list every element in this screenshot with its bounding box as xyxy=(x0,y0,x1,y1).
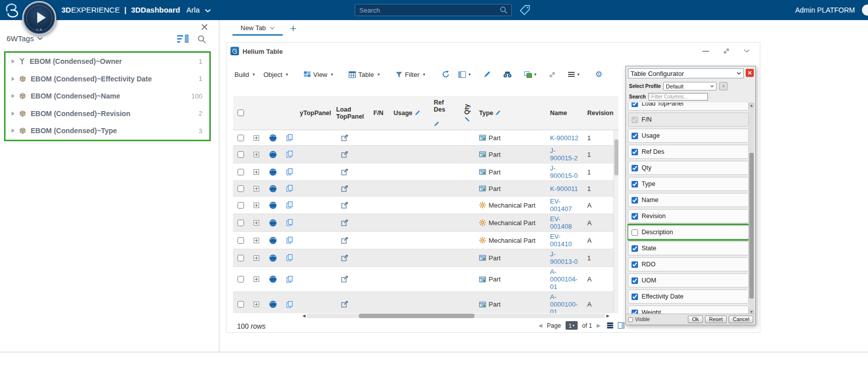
duplicate-content-icon[interactable] xyxy=(286,254,293,261)
column-checkbox[interactable] xyxy=(632,229,638,236)
menu-list-icon[interactable]: ▾ xyxy=(568,71,580,78)
expand-row-icon[interactable] xyxy=(254,255,259,261)
part-name-link[interactable]: J-900015-2 xyxy=(550,147,579,162)
expand-row-icon[interactable] xyxy=(254,135,259,141)
col-name[interactable]: Name xyxy=(548,96,585,130)
column-checkbox[interactable] xyxy=(632,149,638,155)
open-panel-icon[interactable] xyxy=(341,169,348,175)
expand-row-icon[interactable] xyxy=(254,238,259,243)
table-menu[interactable]: Table▾ xyxy=(349,71,380,78)
row-checkbox[interactable] xyxy=(238,301,244,308)
part-name-link[interactable]: J-900013-0 xyxy=(550,250,579,265)
duplicate-content-icon[interactable] xyxy=(286,219,293,226)
configurator-column-item[interactable]: Qty xyxy=(628,161,749,175)
select-all-checkbox[interactable] xyxy=(238,110,244,116)
open-panel-icon[interactable] xyxy=(341,301,348,308)
vertical-scrollbar[interactable] xyxy=(613,130,618,313)
configurator-column-item[interactable]: Load TopPanel xyxy=(628,103,749,111)
profile-select[interactable]: Default xyxy=(663,82,717,90)
cancel-button[interactable]: Cancel xyxy=(729,316,753,323)
row-checkbox[interactable] xyxy=(238,135,244,141)
expand-triangle-icon[interactable] xyxy=(12,94,15,98)
explore-globe-icon[interactable] xyxy=(269,254,277,262)
play-icon[interactable] xyxy=(37,12,46,23)
configurator-column-item[interactable]: F/N xyxy=(628,113,749,127)
topbar-search[interactable] xyxy=(355,4,512,16)
tag-category-row[interactable]: EBOM (Condensed)~Owner 1 xyxy=(6,53,209,70)
3dcompass-icon[interactable]: V.R xyxy=(22,1,56,35)
tab-new-tab[interactable]: New Tab xyxy=(232,22,283,36)
col-usage[interactable]: Usage xyxy=(391,96,432,130)
explore-globe-icon[interactable] xyxy=(269,237,277,244)
col-qty[interactable]: Qty xyxy=(457,96,477,130)
filter-columns-input[interactable] xyxy=(649,93,708,101)
edit-pencil-icon[interactable] xyxy=(484,71,491,78)
panel-layout-icon[interactable]: ▾ xyxy=(458,71,471,78)
expand-row-icon[interactable] xyxy=(254,186,259,191)
page-select[interactable]: 1▾ xyxy=(566,321,578,330)
configurator-column-item[interactable]: Effectivity Date xyxy=(628,289,749,304)
row-checkbox[interactable] xyxy=(238,276,244,282)
table-row[interactable]: Part A-0000104-01 A xyxy=(233,267,613,292)
expand-triangle-icon[interactable] xyxy=(12,112,15,116)
ok-button[interactable]: Ok xyxy=(688,316,702,323)
explore-globe-icon[interactable] xyxy=(269,275,277,283)
table-view-icon[interactable] xyxy=(607,322,613,329)
duplicate-content-icon[interactable] xyxy=(286,237,293,244)
search-icon[interactable] xyxy=(500,6,508,14)
col-display-toppanel[interactable]: yTopPanel xyxy=(298,96,334,130)
table-row[interactable]: Part J-900015-2 1 xyxy=(233,146,613,163)
row-checkbox[interactable] xyxy=(238,169,244,175)
column-checkbox[interactable] xyxy=(632,245,638,252)
open-panel-icon[interactable] xyxy=(341,276,348,282)
row-checkbox[interactable] xyxy=(238,220,244,226)
explore-globe-icon[interactable] xyxy=(269,202,277,209)
collapse-chevron-icon[interactable] xyxy=(744,49,750,53)
maximize-icon[interactable] xyxy=(723,48,730,54)
panel-chevron-down-icon[interactable] xyxy=(37,37,43,40)
row-checkbox[interactable] xyxy=(238,151,244,158)
part-name-link[interactable]: EV-001407 xyxy=(550,198,579,213)
expand-row-icon[interactable] xyxy=(254,302,259,307)
dashboard-chevron-down-icon[interactable] xyxy=(205,9,211,13)
column-checkbox[interactable] xyxy=(632,181,638,187)
col-type[interactable]: Type xyxy=(477,96,548,130)
open-panel-icon[interactable] xyxy=(341,220,348,226)
col-ref-des[interactable]: Ref Des xyxy=(432,96,457,130)
table-row[interactable]: Mechanical Part EV-001407 A xyxy=(233,197,613,214)
sort-icon[interactable] xyxy=(177,34,189,44)
previous-page-button[interactable]: ◀ xyxy=(538,323,542,328)
duplicate-content-icon[interactable] xyxy=(286,202,293,209)
open-panel-icon[interactable] xyxy=(341,202,348,209)
column-checkbox[interactable] xyxy=(632,165,638,171)
filter-menu[interactable]: Filter▾ xyxy=(396,71,425,78)
col-fn[interactable]: F/N xyxy=(371,96,391,130)
expand-triangle-icon[interactable] xyxy=(12,77,15,81)
vertical-scrollbar-thumb[interactable] xyxy=(614,139,618,175)
expand-row-icon[interactable] xyxy=(254,203,259,208)
part-name-link[interactable]: A-0000104-01 xyxy=(550,268,579,290)
panel-search-icon[interactable] xyxy=(197,35,206,44)
configurator-column-item[interactable]: UOM xyxy=(628,273,749,287)
part-name-link[interactable]: K-900012 xyxy=(550,134,578,142)
tab-chevron-down-icon[interactable] xyxy=(270,27,275,30)
col-revision[interactable]: Revision xyxy=(585,96,618,130)
table-row[interactable]: Mechanical Part EV-001410 A xyxy=(233,232,613,249)
row-checkbox[interactable] xyxy=(238,202,244,209)
part-name-link[interactable]: EV-001410 xyxy=(550,233,579,248)
build-menu[interactable]: Build▾ xyxy=(234,71,255,78)
explore-globe-icon[interactable] xyxy=(269,134,277,142)
table-row[interactable]: Part A-0000100-01 A xyxy=(233,292,613,313)
help-bulb-icon[interactable] xyxy=(862,5,868,16)
configurator-column-item[interactable]: Ref Des xyxy=(628,145,749,159)
scroll-left-arrow[interactable]: ◀ xyxy=(301,313,307,319)
close-icon[interactable]: ✕ xyxy=(200,22,209,32)
column-checkbox[interactable] xyxy=(632,133,638,139)
tag-category-row[interactable]: EBOM (Condensed)~Effectivity Date 1 xyxy=(6,70,209,88)
horizontal-scrollbar-thumb[interactable] xyxy=(359,314,475,318)
expand-row-icon[interactable] xyxy=(254,276,259,282)
part-name-link[interactable]: EV-001408 xyxy=(550,215,579,230)
dashboard-name[interactable]: Arla xyxy=(186,6,200,14)
search-binoculars-icon[interactable] xyxy=(503,71,512,78)
expand-triangle-icon[interactable] xyxy=(12,129,15,133)
